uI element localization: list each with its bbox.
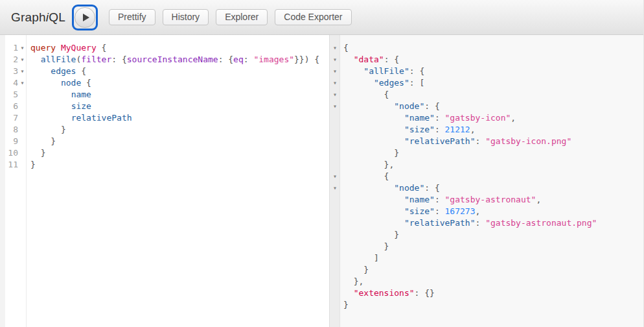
query-line: 4▾ node { — [0, 77, 329, 89]
line-number: 5 — [5, 89, 18, 101]
code-text: "edges": [ — [340, 77, 424, 89]
query-editor[interactable]: 1▾query MyQuery {2▾ allFile(filter: {sou… — [0, 35, 329, 327]
play-icon — [83, 14, 89, 21]
logo-part-graph: Graph — [11, 10, 46, 24]
prettify-button[interactable]: Prettify — [109, 9, 155, 25]
result-line: } — [330, 299, 643, 311]
code-text: ] — [340, 252, 379, 264]
query-line: 10 } — [0, 147, 329, 159]
result-code: ▾{▾ "data": {▾ "allFile": {▾ "edges": [▾… — [330, 35, 643, 311]
fold-arrow-empty — [330, 194, 340, 206]
graphiql-logo: GraphiQL — [11, 10, 65, 25]
code-text: } — [27, 124, 66, 136]
code-text: } — [27, 147, 45, 159]
code-text: relativePath — [27, 112, 132, 124]
logo-part-ql: QL — [49, 10, 65, 24]
fold-arrow-icon[interactable]: ▾ — [330, 42, 340, 54]
fold-arrow-icon[interactable]: ▾ — [18, 54, 27, 66]
gutter-spacer — [0, 112, 5, 124]
line-number: 9 — [5, 136, 18, 147]
result-viewer: ▾{▾ "data": {▾ "allFile": {▾ "edges": [▾… — [329, 35, 643, 327]
query-line: 3▾ edges { — [0, 66, 329, 77]
code-text: "size": 167273, — [340, 206, 480, 217]
code-text: size — [27, 101, 91, 112]
line-number: 6 — [5, 101, 18, 112]
query-code: 1▾query MyQuery {2▾ allFile(filter: {sou… — [0, 35, 329, 171]
fold-arrow-empty — [18, 112, 27, 124]
fold-arrow-icon[interactable]: ▾ — [330, 54, 340, 66]
gutter-spacer — [0, 147, 5, 159]
query-line: 5 name — [0, 89, 329, 101]
result-line: } — [330, 241, 643, 252]
code-text: } — [27, 159, 36, 171]
line-number: 8 — [5, 124, 18, 136]
code-text: }, — [340, 159, 394, 171]
result-line: } — [330, 264, 643, 276]
fold-arrow-icon[interactable]: ▾ — [18, 77, 27, 89]
code-text: "relativePath": "gatsby-icon.png" — [340, 136, 571, 147]
execute-button[interactable] — [72, 5, 98, 30]
code-text: } — [340, 299, 349, 311]
code-text: node { — [27, 77, 91, 89]
result-line: "size": 21212, — [330, 124, 643, 136]
line-number: 4 — [5, 77, 18, 89]
line-number: 7 — [5, 112, 18, 124]
line-number: 3 — [5, 66, 18, 77]
code-text: "name": "gatsby-icon", — [340, 112, 516, 124]
code-text: "data": { — [340, 54, 399, 66]
fold-arrow-empty — [330, 276, 340, 287]
code-text: "extensions": {} — [340, 287, 435, 299]
fold-arrow-empty — [330, 136, 340, 147]
fold-arrow-icon[interactable]: ▾ — [18, 42, 27, 54]
fold-arrow-empty — [330, 287, 340, 299]
line-number: 10 — [5, 147, 18, 159]
code-text: "relativePath": "gatsby-astronaut.png" — [340, 217, 597, 229]
result-line: ] — [330, 252, 643, 264]
gutter-spacer — [0, 66, 5, 77]
fold-arrow-icon[interactable]: ▾ — [330, 77, 340, 89]
fold-arrow-empty — [330, 264, 340, 276]
gutter-spacer — [0, 77, 5, 89]
result-line: } — [330, 147, 643, 159]
fold-arrow-icon[interactable]: ▾ — [18, 66, 27, 77]
fold-arrow-empty — [330, 124, 340, 136]
fold-arrow-empty — [330, 229, 340, 241]
query-line: 9 } — [0, 136, 329, 147]
fold-arrow-empty — [18, 159, 27, 171]
fold-arrow-empty — [18, 101, 27, 112]
workspace: 1▾query MyQuery {2▾ allFile(filter: {sou… — [0, 35, 643, 327]
fold-arrow-icon[interactable]: ▾ — [330, 89, 340, 101]
history-button[interactable]: History — [163, 9, 209, 25]
code-text: { — [340, 171, 389, 182]
fold-arrow-empty — [18, 124, 27, 136]
result-line: ▾ "node": { — [330, 182, 643, 194]
code-text: query MyQuery { — [27, 42, 106, 54]
result-line: "relativePath": "gatsby-astronaut.png" — [330, 217, 643, 229]
fold-arrow-icon[interactable]: ▾ — [330, 171, 340, 182]
fold-arrow-empty — [330, 112, 340, 124]
result-line: } — [330, 229, 643, 241]
code-text: } — [340, 241, 389, 252]
result-line: ▾ { — [330, 171, 643, 182]
result-line: "name": "gatsby-astronaut", — [330, 194, 643, 206]
fold-arrow-icon[interactable]: ▾ — [330, 66, 340, 77]
fold-arrow-empty — [18, 147, 27, 159]
explorer-button[interactable]: Explorer — [216, 9, 268, 25]
toolbar-buttons: PrettifyHistoryExplorerCode Exporter — [109, 9, 359, 25]
code-text: name — [27, 89, 91, 101]
execute-button-circle[interactable] — [75, 7, 95, 28]
fold-arrow-icon[interactable]: ▾ — [330, 101, 340, 112]
code-exporter-button[interactable]: Code Exporter — [275, 9, 351, 25]
fold-arrow-empty — [330, 252, 340, 264]
fold-arrow-empty — [330, 299, 340, 311]
query-line: 8 } — [0, 124, 329, 136]
code-text: "size": 21212, — [340, 124, 476, 136]
result-line: ▾ { — [330, 89, 643, 101]
result-line: ▾ "edges": [ — [330, 77, 643, 89]
fold-arrow-icon[interactable]: ▾ — [330, 182, 340, 194]
query-line: 6 size — [0, 101, 329, 112]
result-line: "relativePath": "gatsby-icon.png" — [330, 136, 643, 147]
result-line: ▾ "allFile": { — [330, 66, 643, 77]
result-line: "size": 167273, — [330, 206, 643, 217]
result-line: }, — [330, 276, 643, 287]
